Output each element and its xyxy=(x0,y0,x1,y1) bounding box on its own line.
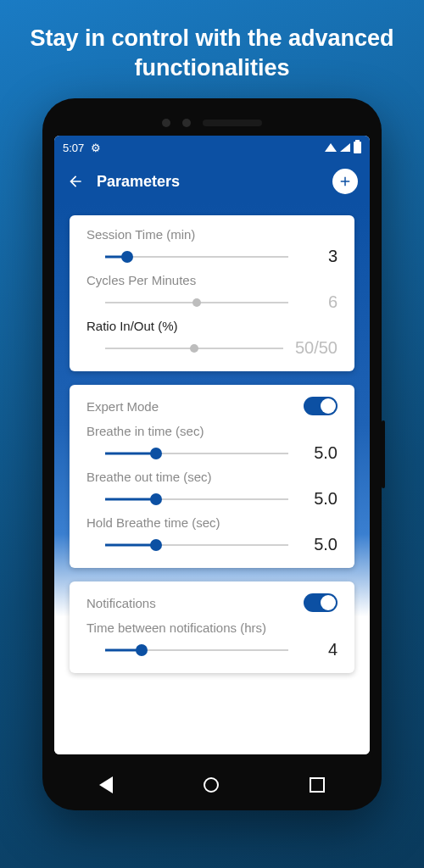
status-time: 5:07 xyxy=(63,142,84,154)
notifications-toggle[interactable] xyxy=(304,593,338,612)
expert-mode-row: Expert Mode xyxy=(86,397,338,415)
sensor-icon xyxy=(182,119,191,127)
session-time-value: 3 xyxy=(300,247,338,266)
breathe-out-value: 5.0 xyxy=(300,489,338,509)
breathe-out-slider[interactable] xyxy=(105,491,288,508)
hold-slider[interactable] xyxy=(105,537,288,554)
cycles-value: 6 xyxy=(300,292,338,312)
nav-home-icon[interactable] xyxy=(204,777,219,793)
param-notif-gap: Time between notifications (hrs) 4 xyxy=(86,620,338,659)
battery-icon xyxy=(354,142,361,153)
android-nav-bar xyxy=(54,761,370,809)
breathe-in-slider[interactable] xyxy=(105,445,288,462)
nav-recent-icon[interactable] xyxy=(310,777,325,793)
plus-icon xyxy=(338,174,353,189)
breathe-in-label: Breathe in time (sec) xyxy=(86,424,338,438)
notif-gap-value: 4 xyxy=(300,640,338,659)
phone-screen: 5:07 ⚙ Parameters Session xyxy=(54,136,370,754)
signal-icon xyxy=(340,143,350,152)
breathe-in-value: 5.0 xyxy=(300,443,338,463)
app-bar: Parameters xyxy=(54,159,370,203)
card-basic-params: Session Time (min) 3 Cycles Per Minutes xyxy=(70,215,354,371)
param-breathe-in: Breathe in time (sec) 5.0 xyxy=(86,424,338,463)
card-expert-mode: Expert Mode Breathe in time (sec) 5.0 xyxy=(70,385,354,568)
notifications-row: Notifications xyxy=(86,593,338,612)
marketing-headline: Stay in control with the advanced functi… xyxy=(17,24,407,83)
notif-gap-label: Time between notifications (hrs) xyxy=(86,620,338,635)
param-session-time: Session Time (min) 3 xyxy=(86,227,338,266)
settings-icon: ⚙ xyxy=(91,142,101,154)
hold-label: Hold Breathe time (sec) xyxy=(86,515,338,530)
session-time-slider[interactable] xyxy=(105,248,288,265)
wifi-icon xyxy=(325,143,337,152)
hold-value: 5.0 xyxy=(300,535,338,554)
nav-back-icon[interactable] xyxy=(99,776,113,793)
cycles-slider xyxy=(105,294,288,311)
notifications-label: Notifications xyxy=(86,596,156,610)
param-hold: Hold Breathe time (sec) 5.0 xyxy=(86,515,338,554)
expert-mode-toggle[interactable] xyxy=(304,397,338,415)
notif-gap-slider[interactable] xyxy=(105,642,288,659)
session-time-label: Session Time (min) xyxy=(86,227,338,242)
earpiece-icon xyxy=(203,120,262,126)
breathe-out-label: Breathe out time (sec) xyxy=(86,470,338,484)
content-area: Session Time (min) 3 Cycles Per Minutes xyxy=(54,203,370,754)
back-arrow-icon[interactable] xyxy=(66,173,85,190)
param-breathe-out: Breathe out time (sec) 5.0 xyxy=(86,470,338,509)
page-title: Parameters xyxy=(97,173,180,191)
status-bar: 5:07 ⚙ xyxy=(54,136,370,159)
ratio-slider xyxy=(105,340,283,357)
phone-frame: 5:07 ⚙ Parameters Session xyxy=(42,98,382,810)
ratio-value: 50/50 xyxy=(295,338,338,358)
phone-speaker-row xyxy=(54,110,370,136)
cycles-label: Cycles Per Minutes xyxy=(86,273,338,287)
expert-mode-label: Expert Mode xyxy=(86,399,159,414)
camera-icon xyxy=(162,119,170,127)
add-button[interactable] xyxy=(332,169,358,194)
ratio-label: Ratio In/Out (%) xyxy=(86,319,338,333)
param-ratio: Ratio In/Out (%) 50/50 xyxy=(86,319,338,358)
card-notifications: Notifications Time between notifications… xyxy=(70,581,354,673)
param-cycles: Cycles Per Minutes 6 xyxy=(86,273,338,312)
